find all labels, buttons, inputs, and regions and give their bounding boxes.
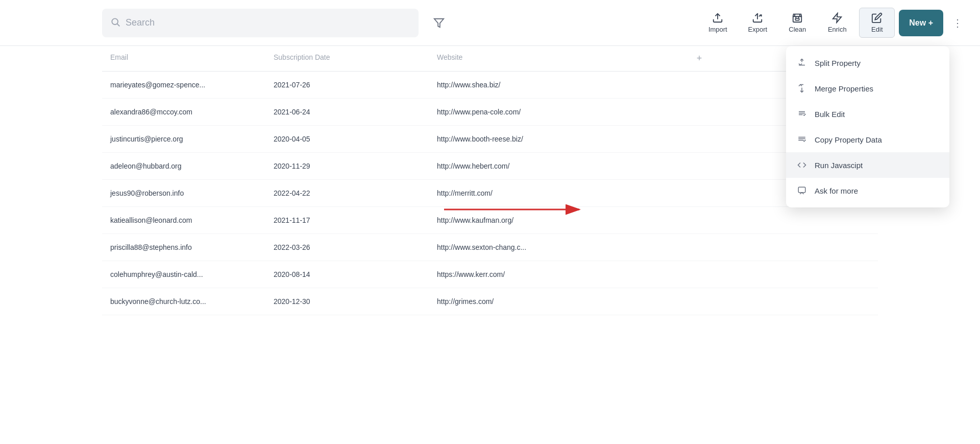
cell-subscription-date: 2021-11-17 (265, 216, 429, 224)
cell-email: katieallison@leonard.com (102, 216, 265, 224)
cell-extra (684, 243, 715, 251)
cell-email: priscilla88@stephens.info (102, 243, 265, 251)
cell-website: http://grimes.com/ (429, 297, 684, 306)
search-placeholder: Search (126, 17, 155, 28)
cell-website: https://www.kerr.com/ (429, 270, 684, 278)
svg-rect-11 (798, 187, 805, 193)
more-options-button[interactable]: ⋮ (947, 13, 968, 33)
cell-extra (684, 216, 715, 224)
toolbar: Search Import Export (0, 0, 980, 46)
cell-email: colehumphrey@austin-cald... (102, 270, 265, 278)
svg-point-0 (112, 18, 118, 25)
new-button[interactable]: New + (899, 10, 943, 36)
clean-button[interactable]: Clean (779, 8, 815, 37)
svg-marker-2 (434, 18, 444, 27)
cell-extra (684, 189, 715, 197)
menu-item-copy-property-data[interactable]: Copy Property Data (786, 127, 949, 152)
cell-website: http://www.pena-cole.com/ (429, 108, 684, 116)
menu-item-label: Bulk Edit (815, 110, 845, 119)
table-row[interactable]: priscilla88@stephens.info 2022-03-26 htt… (102, 234, 878, 261)
cell-extra (684, 162, 715, 170)
merge-icon (796, 83, 807, 94)
export-label: Export (748, 26, 768, 33)
edit-label: Edit (871, 26, 883, 33)
cell-website: http://www.hebert.com/ (429, 162, 684, 170)
cell-email: justincurtis@pierce.org (102, 135, 265, 143)
table-row[interactable]: buckyvonne@church-lutz.co... 2020-12-30 … (102, 288, 878, 315)
cell-email: marieyates@gomez-spence... (102, 81, 265, 89)
cell-website: http://www.kaufman.org/ (429, 216, 684, 224)
cell-subscription-date: 2021-07-26 (265, 81, 429, 89)
menu-item-label: Run Javascipt (815, 161, 863, 170)
new-label: New + (909, 18, 933, 28)
cell-subscription-date: 2022-04-22 (265, 189, 429, 197)
cell-email: jesus90@roberson.info (102, 189, 265, 197)
cell-subscription-date: 2020-04-05 (265, 135, 429, 143)
cell-website: http://www.shea.biz/ (429, 81, 684, 89)
chat-icon (796, 185, 807, 196)
cell-extra (684, 135, 715, 143)
edit-button[interactable]: Edit (859, 8, 895, 38)
svg-line-1 (117, 24, 120, 27)
split-icon (796, 57, 807, 68)
cell-subscription-date: 2022-03-26 (265, 243, 429, 251)
cell-extra (684, 81, 715, 89)
menu-item-run-javascript[interactable]: Run Javascipt (786, 152, 949, 178)
cell-extra (684, 108, 715, 116)
table-row[interactable]: marieyates@gomez-spence... 2021-07-26 ht… (102, 72, 878, 99)
add-column-button[interactable]: + (684, 53, 715, 64)
search-icon (110, 17, 120, 29)
toolbar-actions: Import Export Clean (700, 8, 968, 38)
menu-item-label: Ask for more (815, 186, 858, 195)
cell-website: http://www.sexton-chang.c... (429, 243, 684, 251)
cell-subscription-date: 2021-06-24 (265, 108, 429, 116)
copy-icon (796, 134, 807, 145)
more-icon: ⋮ (952, 17, 963, 29)
col-header-subscription-date: Subscription Date (265, 53, 429, 64)
col-header-email: Email (102, 53, 265, 64)
table-row[interactable]: katieallison@leonard.com 2021-11-17 http… (102, 207, 878, 234)
cell-email: alexandra86@mccoy.com (102, 108, 265, 116)
cell-email: adeleon@hubbard.org (102, 162, 265, 170)
svg-rect-6 (796, 18, 799, 20)
code-icon (796, 159, 807, 171)
table-header: Email Subscription Date Website + (102, 46, 878, 72)
cell-extra (684, 270, 715, 278)
search-box[interactable]: Search (102, 9, 419, 37)
enrich-label: Enrich (828, 26, 847, 33)
table-row[interactable]: adeleon@hubbard.org 2020-11-29 http://ww… (102, 153, 878, 180)
col-header-website: Website (429, 53, 684, 64)
dropdown-menu: Split Property Merge Properties Bulk Edi… (786, 46, 949, 207)
cell-website: http://www.booth-reese.biz/ (429, 135, 684, 143)
cell-subscription-date: 2020-08-14 (265, 270, 429, 278)
table-row[interactable]: jesus90@roberson.info 2022-04-22 http://… (102, 180, 878, 207)
cell-subscription-date: 2020-12-30 (265, 297, 429, 306)
menu-item-label: Copy Property Data (815, 135, 882, 144)
export-button[interactable]: Export (740, 8, 775, 37)
cell-subscription-date: 2020-11-29 (265, 162, 429, 170)
menu-item-merge-properties[interactable]: Merge Properties (786, 76, 949, 101)
menu-item-label: Split Property (815, 59, 861, 67)
menu-item-label: Merge Properties (815, 84, 873, 93)
cell-website: http://merritt.com/ (429, 189, 684, 197)
import-button[interactable]: Import (700, 8, 736, 37)
clean-label: Clean (789, 26, 806, 33)
menu-item-split-property[interactable]: Split Property (786, 50, 949, 76)
enrich-button[interactable]: Enrich (819, 8, 855, 37)
svg-marker-7 (833, 13, 842, 22)
cell-extra (684, 297, 715, 306)
table-body: marieyates@gomez-spence... 2021-07-26 ht… (102, 72, 878, 315)
table-row[interactable]: justincurtis@pierce.org 2020-04-05 http:… (102, 126, 878, 153)
menu-item-ask-for-more[interactable]: Ask for more (786, 178, 949, 203)
table-row[interactable]: alexandra86@mccoy.com 2021-06-24 http://… (102, 99, 878, 126)
bulk-edit-icon (796, 108, 807, 120)
import-label: Import (708, 26, 727, 33)
table-row[interactable]: colehumphrey@austin-cald... 2020-08-14 h… (102, 261, 878, 288)
filter-button[interactable] (427, 11, 451, 35)
menu-item-bulk-edit[interactable]: Bulk Edit (786, 101, 949, 127)
cell-email: buckyvonne@church-lutz.co... (102, 297, 265, 306)
